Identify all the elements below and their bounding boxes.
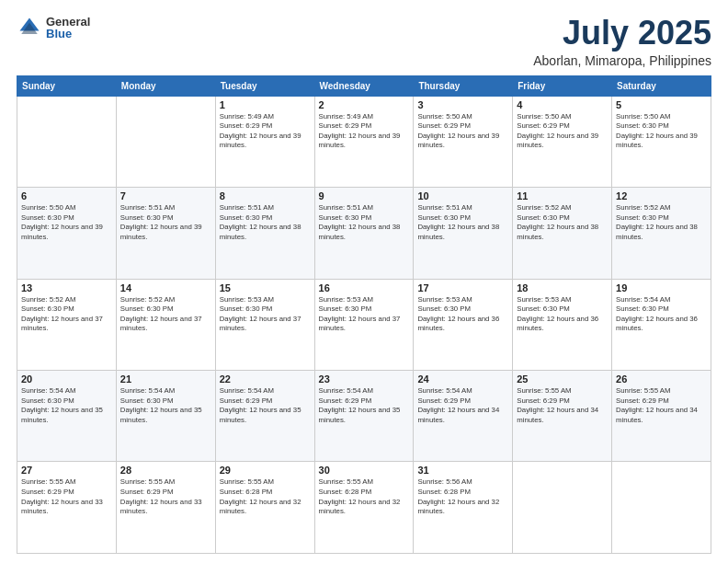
logo-icon [17,15,42,40]
calendar-table: Sunday Monday Tuesday Wednesday Thursday… [17,75,711,554]
cell-day-number: 18 [517,282,608,293]
cell-day-number: 28 [120,465,211,476]
cell-day-number: 9 [319,190,410,201]
subtitle: Aborlan, Mimaropa, Philippines [533,53,711,68]
table-row: 11Sunrise: 5:52 AM Sunset: 6:30 PM Dayli… [513,188,612,279]
calendar-body: 1Sunrise: 5:49 AM Sunset: 6:29 PM Daylig… [17,96,711,553]
cell-info: Sunrise: 5:54 AM Sunset: 6:29 PM Dayligh… [220,386,311,425]
table-row: 3Sunrise: 5:50 AM Sunset: 6:29 PM Daylig… [414,96,513,187]
main-title: July 2025 [533,15,711,52]
cell-day-number: 13 [21,282,112,293]
cell-info: Sunrise: 5:54 AM Sunset: 6:29 PM Dayligh… [319,386,410,425]
cell-info: Sunrise: 5:50 AM Sunset: 6:30 PM Dayligh… [21,203,112,242]
table-row: 15Sunrise: 5:53 AM Sunset: 6:30 PM Dayli… [215,279,314,370]
logo-text: General Blue [46,16,90,40]
cell-info: Sunrise: 5:52 AM Sunset: 6:30 PM Dayligh… [21,295,112,334]
cell-info: Sunrise: 5:51 AM Sunset: 6:30 PM Dayligh… [220,203,311,242]
table-row: 27Sunrise: 5:55 AM Sunset: 6:29 PM Dayli… [17,462,117,554]
table-row: 5Sunrise: 5:50 AM Sunset: 6:30 PM Daylig… [612,96,711,187]
cell-info: Sunrise: 5:50 AM Sunset: 6:30 PM Dayligh… [616,112,707,151]
cell-info: Sunrise: 5:55 AM Sunset: 6:29 PM Dayligh… [21,477,112,516]
cell-info: Sunrise: 5:51 AM Sunset: 6:30 PM Dayligh… [319,203,410,242]
cell-day-number: 16 [319,282,410,293]
cell-info: Sunrise: 5:52 AM Sunset: 6:30 PM Dayligh… [616,203,707,242]
logo-blue-text: Blue [46,28,90,40]
cell-info: Sunrise: 5:55 AM Sunset: 6:29 PM Dayligh… [120,477,211,516]
cell-day-number: 10 [417,190,508,201]
cell-info: Sunrise: 5:55 AM Sunset: 6:29 PM Dayligh… [616,386,707,425]
table-row: 29Sunrise: 5:55 AM Sunset: 6:28 PM Dayli… [215,462,314,554]
cell-day-number: 22 [220,373,311,385]
table-row: 6Sunrise: 5:50 AM Sunset: 6:30 PM Daylig… [17,188,117,279]
cell-info: Sunrise: 5:55 AM Sunset: 6:29 PM Dayligh… [517,386,608,425]
calendar-week-row: 6Sunrise: 5:50 AM Sunset: 6:30 PM Daylig… [17,188,711,279]
cell-info: Sunrise: 5:49 AM Sunset: 6:29 PM Dayligh… [220,112,311,151]
page: General Blue July 2025 Aborlan, Mimaropa… [0,0,728,563]
table-row: 1Sunrise: 5:49 AM Sunset: 6:29 PM Daylig… [215,96,314,187]
cell-info: Sunrise: 5:54 AM Sunset: 6:30 PM Dayligh… [616,295,707,334]
cell-info: Sunrise: 5:50 AM Sunset: 6:29 PM Dayligh… [517,112,608,151]
cell-info: Sunrise: 5:52 AM Sunset: 6:30 PM Dayligh… [120,295,211,334]
cell-day-number: 31 [417,465,508,476]
col-tuesday: Tuesday [215,75,314,96]
cell-day-number: 30 [319,465,410,476]
table-row: 16Sunrise: 5:53 AM Sunset: 6:30 PM Dayli… [314,279,414,370]
col-saturday: Saturday [612,75,711,96]
table-row: 14Sunrise: 5:52 AM Sunset: 6:30 PM Dayli… [116,279,215,370]
calendar-header: Sunday Monday Tuesday Wednesday Thursday… [17,75,711,96]
table-row: 4Sunrise: 5:50 AM Sunset: 6:29 PM Daylig… [513,96,612,187]
cell-info: Sunrise: 5:53 AM Sunset: 6:30 PM Dayligh… [417,295,508,334]
cell-day-number: 20 [21,373,112,385]
calendar-header-row: Sunday Monday Tuesday Wednesday Thursday… [17,75,711,96]
cell-day-number: 8 [220,190,311,201]
col-sunday: Sunday [17,75,117,96]
cell-day-number: 4 [517,99,608,110]
table-row [17,96,117,187]
table-row: 2Sunrise: 5:49 AM Sunset: 6:29 PM Daylig… [314,96,414,187]
cell-info: Sunrise: 5:55 AM Sunset: 6:28 PM Dayligh… [220,477,311,516]
table-row: 31Sunrise: 5:56 AM Sunset: 6:28 PM Dayli… [414,462,513,554]
cell-day-number: 5 [616,99,707,110]
table-row: 30Sunrise: 5:55 AM Sunset: 6:28 PM Dayli… [314,462,414,554]
cell-day-number: 25 [517,373,608,385]
calendar-week-row: 27Sunrise: 5:55 AM Sunset: 6:29 PM Dayli… [17,462,711,554]
table-row: 10Sunrise: 5:51 AM Sunset: 6:30 PM Dayli… [414,188,513,279]
cell-day-number: 6 [21,190,112,201]
table-row: 23Sunrise: 5:54 AM Sunset: 6:29 PM Dayli… [314,371,414,462]
table-row: 24Sunrise: 5:54 AM Sunset: 6:29 PM Dayli… [414,371,513,462]
cell-day-number: 14 [120,282,211,293]
col-wednesday: Wednesday [314,75,414,96]
cell-info: Sunrise: 5:54 AM Sunset: 6:30 PM Dayligh… [120,386,211,425]
cell-info: Sunrise: 5:52 AM Sunset: 6:30 PM Dayligh… [517,203,608,242]
table-row: 26Sunrise: 5:55 AM Sunset: 6:29 PM Dayli… [612,371,711,462]
cell-info: Sunrise: 5:53 AM Sunset: 6:30 PM Dayligh… [319,295,410,334]
cell-day-number: 12 [616,190,707,201]
logo: General Blue [17,15,90,40]
cell-day-number: 26 [616,373,707,385]
table-row: 13Sunrise: 5:52 AM Sunset: 6:30 PM Dayli… [17,279,117,370]
cell-info: Sunrise: 5:49 AM Sunset: 6:29 PM Dayligh… [319,112,410,151]
cell-day-number: 7 [120,190,211,201]
cell-day-number: 3 [417,99,508,110]
cell-day-number: 1 [220,99,311,110]
table-row: 8Sunrise: 5:51 AM Sunset: 6:30 PM Daylig… [215,188,314,279]
cell-info: Sunrise: 5:54 AM Sunset: 6:30 PM Dayligh… [21,386,112,425]
calendar-week-row: 13Sunrise: 5:52 AM Sunset: 6:30 PM Dayli… [17,279,711,370]
col-thursday: Thursday [414,75,513,96]
header: General Blue July 2025 Aborlan, Mimaropa… [17,15,711,68]
table-row [116,96,215,187]
cell-info: Sunrise: 5:54 AM Sunset: 6:29 PM Dayligh… [417,386,508,425]
cell-day-number: 29 [220,465,311,476]
calendar-week-row: 20Sunrise: 5:54 AM Sunset: 6:30 PM Dayli… [17,371,711,462]
table-row: 18Sunrise: 5:53 AM Sunset: 6:30 PM Dayli… [513,279,612,370]
col-monday: Monday [116,75,215,96]
title-block: July 2025 Aborlan, Mimaropa, Philippines [533,15,711,68]
table-row: 12Sunrise: 5:52 AM Sunset: 6:30 PM Dayli… [612,188,711,279]
calendar-week-row: 1Sunrise: 5:49 AM Sunset: 6:29 PM Daylig… [17,96,711,187]
cell-info: Sunrise: 5:53 AM Sunset: 6:30 PM Dayligh… [517,295,608,334]
cell-info: Sunrise: 5:56 AM Sunset: 6:28 PM Dayligh… [417,477,508,516]
table-row: 17Sunrise: 5:53 AM Sunset: 6:30 PM Dayli… [414,279,513,370]
table-row: 7Sunrise: 5:51 AM Sunset: 6:30 PM Daylig… [116,188,215,279]
cell-day-number: 11 [517,190,608,201]
cell-info: Sunrise: 5:51 AM Sunset: 6:30 PM Dayligh… [120,203,211,242]
